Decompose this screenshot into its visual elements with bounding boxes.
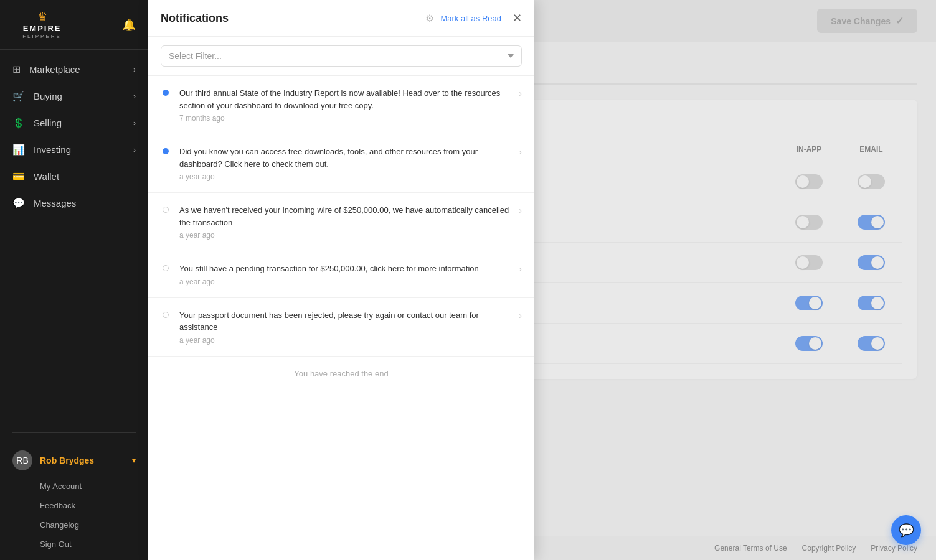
sidebar-item-buying[interactable]: 🛒 Buying ›	[0, 83, 148, 110]
selling-icon: 💲	[12, 117, 25, 129]
investing-icon: 📊	[12, 144, 25, 156]
list-item[interactable]: Our third annual State of the Industry R…	[148, 76, 534, 134]
sidebar: ♛ EMPIRE — FLIPPERS — 🔔 ⊞ Marketplace › …	[0, 0, 148, 560]
chevron-right-icon: ›	[519, 263, 522, 274]
sidebar-item-buying-label: Buying	[34, 91, 62, 101]
unread-dot	[163, 148, 169, 154]
sidebar-item-changelog[interactable]: Changelog	[0, 515, 148, 534]
notifications-panel: Notifications ⚙ Mark all as Read ✕ Selec…	[148, 0, 534, 560]
notifications-list: Our third annual State of the Industry R…	[148, 76, 534, 560]
chevron-right-icon: ›	[133, 119, 136, 128]
sidebar-item-wallet-label: Wallet	[34, 171, 59, 182]
marketplace-icon: ⊞	[12, 63, 21, 75]
notifications-end-text: You have reached the end	[148, 357, 534, 391]
logo-crown-icon: ♛	[37, 10, 47, 24]
chat-button[interactable]: 💬	[891, 515, 921, 545]
sidebar-item-marketplace[interactable]: ⊞ Marketplace ›	[0, 56, 148, 83]
avatar: RB	[12, 450, 32, 470]
sidebar-item-sign-out[interactable]: Sign Out	[0, 534, 148, 554]
notification-text: Did you know you can access free downloa…	[179, 146, 510, 170]
close-icon[interactable]: ✕	[513, 11, 522, 25]
sidebar-nav: ⊞ Marketplace › 🛒 Buying › 💲 Selling › 📊…	[0, 50, 148, 427]
sidebar-item-selling[interactable]: 💲 Selling ›	[0, 110, 148, 136]
filter-select[interactable]: Select Filter...	[161, 45, 522, 67]
sidebar-item-messages[interactable]: 💬 Messages	[0, 190, 148, 217]
gear-icon[interactable]: ⚙	[425, 12, 434, 24]
buying-icon: 🛒	[12, 90, 25, 102]
notification-text: As we haven't received your incoming wir…	[179, 204, 510, 228]
user-profile-item[interactable]: RB Rob Brydges ▾	[0, 444, 148, 477]
list-item[interactable]: You still have a pending transaction for…	[148, 251, 534, 298]
notification-text: Your passport document has been rejected…	[179, 309, 510, 334]
notification-time: 7 months ago	[179, 114, 510, 123]
list-item[interactable]: As we haven't received your incoming wir…	[148, 193, 534, 251]
logo-name: EMPIRE	[23, 24, 62, 33]
sidebar-item-my-account[interactable]: My Account	[0, 477, 148, 496]
messages-icon: 💬	[12, 197, 25, 209]
chevron-right-icon: ›	[519, 87, 522, 98]
list-item[interactable]: Did you know you can access free downloa…	[148, 134, 534, 193]
chevron-right-icon: ›	[519, 146, 522, 157]
read-dot	[163, 265, 169, 271]
bell-icon[interactable]: 🔔	[122, 18, 136, 32]
sidebar-item-feedback[interactable]: Feedback	[0, 496, 148, 515]
sidebar-item-investing[interactable]: 📊 Investing ›	[0, 136, 148, 163]
chevron-right-icon: ›	[519, 309, 522, 320]
notification-time: a year ago	[179, 278, 510, 286]
wallet-icon: 💳	[12, 170, 25, 182]
sidebar-item-marketplace-label: Marketplace	[29, 64, 80, 75]
unread-dot	[163, 90, 169, 96]
notification-text: Our third annual State of the Industry R…	[179, 87, 510, 111]
read-dot	[163, 207, 169, 213]
sidebar-item-selling-label: Selling	[34, 118, 62, 128]
sidebar-divider	[12, 432, 136, 433]
chevron-right-icon: ›	[133, 92, 136, 101]
logo: ♛ EMPIRE — FLIPPERS —	[12, 10, 72, 39]
notification-time: a year ago	[179, 336, 510, 345]
read-dot	[163, 312, 169, 318]
notification-text: You still have a pending transaction for…	[179, 263, 510, 275]
notifications-title: Notifications	[161, 12, 419, 25]
logo-sub: — FLIPPERS —	[12, 34, 72, 39]
user-section: RB Rob Brydges ▾ My Account Feedback Cha…	[0, 438, 148, 560]
notification-time: a year ago	[179, 172, 510, 181]
chevron-right-icon: ›	[519, 204, 522, 215]
chevron-down-icon: ▾	[132, 456, 136, 465]
notification-time: a year ago	[179, 231, 510, 240]
notifications-header: Notifications ⚙ Mark all as Read ✕	[148, 0, 534, 37]
notifications-filter: Select Filter...	[148, 37, 534, 76]
list-item[interactable]: Your passport document has been rejected…	[148, 298, 534, 357]
mark-all-read-link[interactable]: Mark all as Read	[440, 14, 501, 23]
sidebar-header: ♛ EMPIRE — FLIPPERS — 🔔	[0, 0, 148, 50]
chevron-right-icon: ›	[133, 146, 136, 154]
chevron-right-icon: ›	[133, 65, 136, 74]
sidebar-item-wallet[interactable]: 💳 Wallet	[0, 163, 148, 190]
sidebar-item-investing-label: Investing	[34, 144, 71, 155]
sidebar-item-messages-label: Messages	[34, 198, 76, 208]
user-name: Rob Brydges	[40, 455, 94, 465]
